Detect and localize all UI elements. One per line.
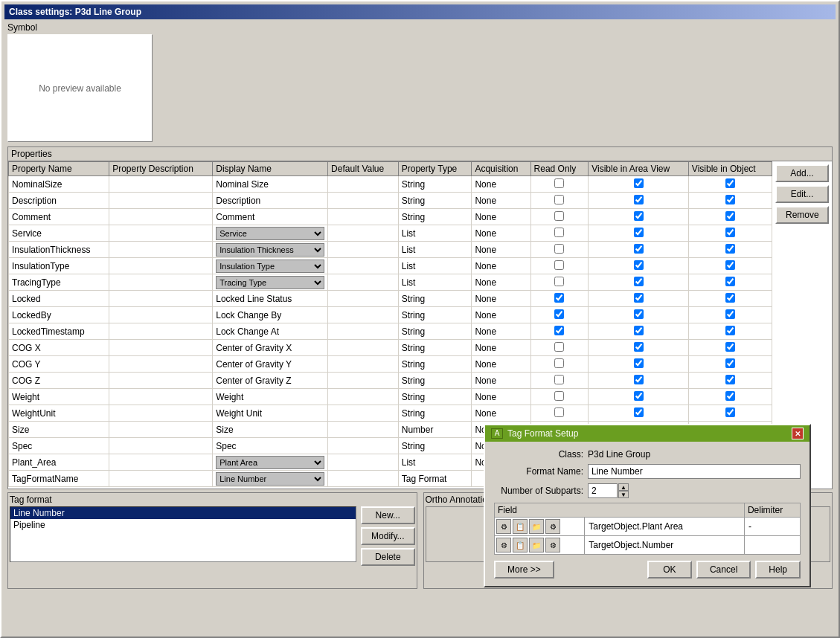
field-icon-btn-1b[interactable]: 📋 <box>513 519 528 534</box>
checkbox-vis_obj[interactable] <box>725 211 735 221</box>
checkbox-vis_area[interactable] <box>634 211 644 221</box>
checkbox-vis_obj[interactable] <box>725 244 735 254</box>
checkbox-vis_area[interactable] <box>634 375 644 384</box>
display-name-dropdown[interactable]: Insulation Thickness <box>216 243 324 257</box>
subparts-down-button[interactable]: ▼ <box>618 491 629 498</box>
checkbox-vis_obj[interactable] <box>725 391 735 401</box>
tag-format-item[interactable]: Line Number <box>10 507 356 519</box>
table-row[interactable]: NominalSizeNominal SizeStringNone <box>9 176 772 193</box>
checkbox-vis_area[interactable] <box>634 342 644 352</box>
checkbox-vis_obj[interactable] <box>725 228 735 237</box>
checkbox-vis_area[interactable] <box>634 228 644 237</box>
checkbox-read_only[interactable] <box>554 326 564 335</box>
modify-tag-button[interactable]: Modify... <box>361 527 414 545</box>
table-row[interactable]: LockedTimestampLock Change AtStringNone <box>9 323 772 340</box>
field-icon-btn-2b[interactable]: 📋 <box>513 538 528 552</box>
checkbox-read_only[interactable] <box>554 407 564 417</box>
checkbox-vis_area[interactable] <box>634 293 644 303</box>
table-row[interactable]: CommentCommentStringNone <box>9 209 772 225</box>
field-icon-btn-2a[interactable]: ⚙ <box>496 538 511 552</box>
edit-button[interactable]: Edit... <box>775 185 829 203</box>
tag-format-item[interactable]: Pipeline <box>10 519 356 531</box>
delimiter-input-2[interactable] <box>746 539 769 551</box>
add-button[interactable]: Add... <box>775 164 829 182</box>
field-icon-btn-1a[interactable]: ⚙ <box>496 519 511 534</box>
ok-button[interactable]: OK <box>647 561 692 579</box>
checkbox-read_only[interactable] <box>554 260 564 270</box>
new-tag-button[interactable]: New... <box>361 506 414 524</box>
delimiter-cell-2[interactable] <box>744 536 800 555</box>
checkbox-vis_obj[interactable] <box>725 407 735 417</box>
more-button[interactable]: More >> <box>494 561 554 579</box>
table-row[interactable]: COG ZCenter of Gravity ZStringNone <box>9 373 772 389</box>
display-name-dropdown[interactable]: Tracing Type <box>216 276 324 289</box>
checkbox-read_only[interactable] <box>554 228 564 237</box>
checkbox-vis_area[interactable] <box>634 391 644 401</box>
table-row[interactable]: WeightUnitWeight UnitStringNone <box>9 405 772 422</box>
checkbox-vis_obj[interactable] <box>725 195 735 204</box>
table-row[interactable]: COG YCenter of Gravity YStringNone <box>9 356 772 373</box>
checkbox-read_only[interactable] <box>554 178 564 188</box>
checkbox-read_only[interactable] <box>554 309 564 319</box>
table-row[interactable]: DescriptionDescriptionStringNone <box>9 193 772 209</box>
checkbox-read_only[interactable] <box>554 375 564 384</box>
checkbox-read_only[interactable] <box>554 195 564 204</box>
table-row[interactable]: TracingTypeTracing TypeListNone <box>9 274 772 291</box>
help-button[interactable]: Help <box>755 561 801 579</box>
subparts-input[interactable] <box>588 483 618 498</box>
tag-format-list[interactable]: Line NumberPipeline <box>10 506 356 562</box>
field-input-1[interactable] <box>586 521 743 532</box>
delimiter-cell-1[interactable] <box>744 518 800 536</box>
field-input-2[interactable] <box>586 539 743 551</box>
display-name-dropdown[interactable]: Line Number <box>216 472 324 486</box>
checkbox-read_only[interactable] <box>554 358 564 368</box>
field-icon-btn-2d[interactable]: ⚙ <box>545 538 560 552</box>
table-row[interactable]: InsulationTypeInsulation TypeListNone <box>9 258 772 274</box>
table-row[interactable]: LockedLocked Line StatusStringNone <box>9 291 772 307</box>
checkbox-vis_area[interactable] <box>634 277 644 286</box>
checkbox-read_only[interactable] <box>554 293 564 303</box>
field-icon-btn-1c[interactable]: 📁 <box>529 519 544 534</box>
checkbox-vis_area[interactable] <box>634 309 644 319</box>
field-value-cell-2[interactable] <box>585 536 745 555</box>
checkbox-vis_area[interactable] <box>634 178 644 188</box>
checkbox-read_only[interactable] <box>554 391 564 401</box>
field-value-cell-1[interactable] <box>585 518 745 536</box>
checkbox-vis_area[interactable] <box>634 407 644 417</box>
table-row[interactable]: ServiceServiceListNone <box>9 225 772 242</box>
format-name-input[interactable] <box>588 464 801 479</box>
checkbox-vis_obj[interactable] <box>725 178 735 188</box>
subparts-up-button[interactable]: ▲ <box>618 483 629 491</box>
cancel-button[interactable]: Cancel <box>696 561 751 579</box>
remove-button[interactable]: Remove <box>775 206 829 224</box>
checkbox-vis_obj[interactable] <box>725 375 735 384</box>
checkbox-vis_area[interactable] <box>634 260 644 270</box>
checkbox-read_only[interactable] <box>554 211 564 221</box>
field-icon-btn-1d[interactable]: ⚙ <box>545 519 560 534</box>
checkbox-read_only[interactable] <box>554 244 564 254</box>
checkbox-vis_obj[interactable] <box>725 342 735 352</box>
table-row[interactable]: LockedByLock Change ByStringNone <box>9 307 772 323</box>
display-name-dropdown[interactable]: Service <box>216 227 324 240</box>
table-row[interactable]: WeightWeightStringNone <box>9 389 772 405</box>
modal-close-button[interactable]: ✕ <box>792 428 804 439</box>
checkbox-vis_area[interactable] <box>634 326 644 335</box>
checkbox-vis_area[interactable] <box>634 358 644 368</box>
checkbox-read_only[interactable] <box>554 342 564 352</box>
table-row[interactable]: InsulationThicknessInsulation ThicknessL… <box>9 242 772 258</box>
display-name-dropdown[interactable]: Plant Area <box>216 456 324 469</box>
delimiter-input-1[interactable] <box>746 521 769 532</box>
checkbox-vis_area[interactable] <box>634 244 644 254</box>
field-icon-btn-2c[interactable]: 📁 <box>529 538 544 552</box>
table-row[interactable]: COG XCenter of Gravity XStringNone <box>9 340 772 356</box>
checkbox-vis_obj[interactable] <box>725 326 735 335</box>
checkbox-vis_obj[interactable] <box>725 277 735 286</box>
checkbox-read_only[interactable] <box>554 277 564 286</box>
checkbox-vis_area[interactable] <box>634 195 644 204</box>
checkbox-vis_obj[interactable] <box>725 358 735 368</box>
checkbox-vis_obj[interactable] <box>725 260 735 270</box>
display-name-dropdown[interactable]: Insulation Type <box>216 260 324 273</box>
checkbox-vis_obj[interactable] <box>725 293 735 303</box>
delete-tag-button[interactable]: Delete <box>361 548 414 566</box>
checkbox-vis_obj[interactable] <box>725 309 735 319</box>
